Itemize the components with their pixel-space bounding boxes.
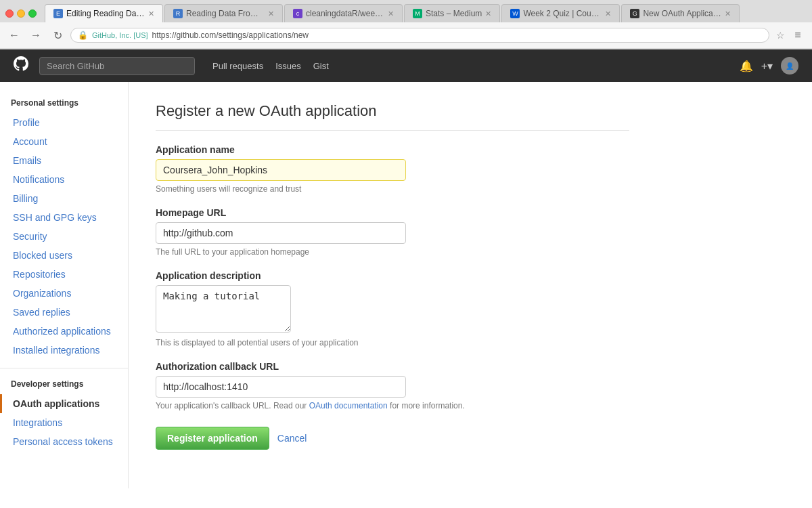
sidebar-item-authorized-apps[interactable]: Authorized applications — [0, 322, 128, 341]
tab-label-6: New OAuth Application — [643, 9, 721, 18]
close-button[interactable] — [5, 9, 14, 18]
menu-button[interactable]: ≡ — [789, 26, 807, 44]
sidebar-item-repositories[interactable]: Repositories — [0, 265, 128, 284]
tab-label-4: Stats – Medium — [426, 9, 482, 18]
tab-label-5: Week 2 Quiz | Coursera — [523, 9, 602, 18]
tab-favicon-4: M — [413, 9, 422, 18]
maximize-button[interactable] — [28, 9, 37, 18]
header-right: 🔔 +▾ 👤 — [740, 57, 798, 75]
back-button[interactable]: ← — [5, 26, 23, 44]
tab-2[interactable]: R Reading Data From GitHub ✕ — [164, 4, 283, 22]
app-desc-section: Application description This is displaye… — [156, 270, 629, 347]
pull-requests-link[interactable]: Pull requests — [212, 61, 263, 71]
browser-toolbar: ← → ↻ 🔒 GitHub, Inc. [US] https://github… — [0, 22, 812, 49]
app-desc-label: Application description — [156, 270, 629, 281]
oauth-doc-link[interactable]: OAuth documentation — [309, 401, 388, 410]
tab-label: Editing Reading Data from — [66, 9, 145, 18]
tab-close-icon-6[interactable]: ✕ — [725, 9, 731, 18]
avatar[interactable]: 👤 — [781, 57, 798, 75]
tab-favicon-3: c — [293, 9, 302, 18]
tabs-bar: E Editing Reading Data from ✕ R Reading … — [45, 4, 741, 22]
sidebar-divider — [0, 368, 128, 368]
notifications-icon[interactable]: 🔔 — [740, 60, 753, 72]
callback-url-label: Authorization callback URL — [156, 361, 629, 372]
app-desc-hint: This is displayed to all potential users… — [156, 338, 629, 347]
sidebar-item-ssh-gpg[interactable]: SSH and GPG keys — [0, 208, 128, 227]
tab-label-2: Reading Data From GitHub — [186, 9, 265, 18]
form-actions: Register application Cancel — [156, 427, 629, 450]
tab-5[interactable]: W Week 2 Quiz | Coursera ✕ — [501, 4, 620, 22]
tab-active[interactable]: E Editing Reading Data from ✕ — [45, 4, 163, 22]
cancel-button[interactable]: Cancel — [277, 433, 307, 444]
sidebar-item-notifications[interactable]: Notifications — [0, 170, 128, 189]
sidebar-item-oauth-apps[interactable]: OAuth applications — [0, 394, 128, 413]
page-title: Register a new OAuth application — [156, 102, 629, 131]
sidebar-item-integrations[interactable]: Integrations — [0, 413, 128, 432]
tab-label-3: cleaningdataR/week2_quiz... — [306, 9, 384, 18]
url-text: https://github.com/settings/applications… — [152, 30, 762, 40]
sidebar-item-account[interactable]: Account — [0, 132, 128, 151]
callback-url-section: Authorization callback URL Your applicat… — [156, 361, 629, 410]
callback-url-input[interactable] — [156, 376, 406, 398]
sidebar-item-blocked-users[interactable]: Blocked users — [0, 246, 128, 265]
main-content: Personal settings Profile Account Emails… — [0, 82, 812, 488]
callback-hint-text: Your application's callback URL. Read ou… — [156, 401, 309, 410]
app-desc-input[interactable] — [156, 285, 291, 333]
plus-icon[interactable]: +▾ — [761, 60, 773, 72]
tab-4[interactable]: M Stats – Medium ✕ — [404, 4, 500, 22]
window-controls — [5, 9, 37, 18]
app-name-input[interactable] — [156, 159, 406, 181]
sidebar-item-security[interactable]: Security — [0, 227, 128, 246]
sidebar-item-personal-tokens[interactable]: Personal access tokens — [0, 432, 128, 451]
sidebar: Personal settings Profile Account Emails… — [0, 82, 129, 488]
tab-close-icon-4[interactable]: ✕ — [485, 9, 491, 18]
github-header: Pull requests Issues Gist 🔔 +▾ 👤 — [0, 49, 812, 82]
tab-favicon-2: R — [173, 9, 183, 18]
gist-link[interactable]: Gist — [313, 61, 329, 71]
homepage-url-input[interactable] — [156, 222, 406, 244]
issues-link[interactable]: Issues — [275, 61, 301, 71]
tab-favicon-6: G — [630, 9, 639, 18]
tab-close-icon-3[interactable]: ✕ — [388, 9, 394, 18]
lock-icon: 🔒 — [78, 30, 88, 40]
github-nav: Pull requests Issues Gist — [212, 61, 329, 71]
sidebar-item-installed-integrations[interactable]: Installed integrations — [0, 341, 128, 360]
address-bar[interactable]: 🔒 GitHub, Inc. [US] https://github.com/s… — [70, 28, 769, 43]
sidebar-item-organizations[interactable]: Organizations — [0, 284, 128, 303]
sidebar-item-billing[interactable]: Billing — [0, 189, 128, 208]
tab-close-icon-5[interactable]: ✕ — [605, 9, 611, 18]
sidebar-item-emails[interactable]: Emails — [0, 151, 128, 170]
app-name-hint: Something users will recognize and trust — [156, 184, 629, 194]
tab-favicon: E — [53, 9, 63, 18]
ssl-label: GitHub, Inc. [US] — [92, 31, 148, 39]
tab-6[interactable]: G New OAuth Application ✕ — [621, 4, 740, 22]
developer-settings-title: Developer settings — [0, 377, 128, 394]
tab-close-icon[interactable]: ✕ — [148, 9, 154, 18]
app-name-section: Application name Something users will re… — [156, 144, 629, 194]
search-input[interactable] — [39, 57, 195, 75]
github-logo[interactable] — [14, 56, 28, 75]
callback-hint-suffix: for more information. — [388, 401, 465, 410]
tab-favicon-5: W — [510, 9, 520, 18]
refresh-button[interactable]: ↻ — [49, 26, 66, 44]
app-name-label: Application name — [156, 144, 629, 155]
sidebar-item-profile[interactable]: Profile — [0, 113, 128, 132]
homepage-url-hint: The full URL to your application homepag… — [156, 247, 629, 257]
callback-hint: Your application's callback URL. Read ou… — [156, 401, 629, 410]
forward-button[interactable]: → — [27, 26, 45, 44]
minimize-button[interactable] — [17, 9, 25, 18]
bookmark-icon[interactable]: ☆ — [776, 30, 785, 41]
homepage-url-section: Homepage URL The full URL to your applic… — [156, 207, 629, 257]
tab-close-icon-2[interactable]: ✕ — [268, 9, 274, 18]
homepage-url-label: Homepage URL — [156, 207, 629, 218]
register-application-button[interactable]: Register application — [156, 427, 269, 450]
content-area: Register a new OAuth application Applica… — [129, 82, 656, 488]
personal-settings-title: Personal settings — [0, 96, 128, 113]
sidebar-item-saved-replies[interactable]: Saved replies — [0, 303, 128, 322]
tab-3[interactable]: c cleaningdataR/week2_quiz... ✕ — [284, 4, 403, 22]
